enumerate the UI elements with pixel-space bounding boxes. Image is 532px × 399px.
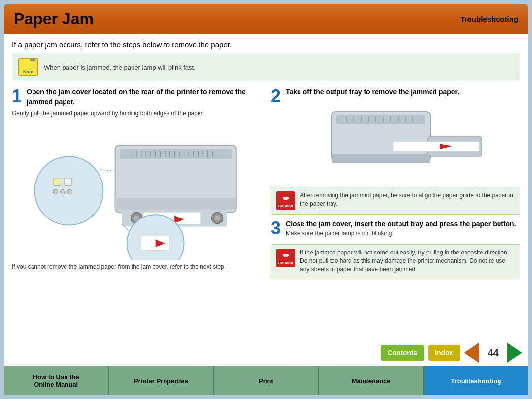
page-nav-row: Contents Index 44: [4, 339, 528, 366]
caution-symbol-2: ✏: [283, 251, 289, 260]
step2-header: 2 Take off the output tray to remove the…: [271, 87, 520, 105]
svg-point-34: [214, 215, 220, 221]
svg-rect-5: [67, 189, 72, 194]
svg-rect-40: [336, 115, 425, 124]
steps-container: 1 Open the jam cover located on the rear…: [12, 87, 520, 283]
right-column: 2 Take off the output tray to remove the…: [271, 87, 520, 283]
caution-box-1: ✏ Caution After removing the jammed pape…: [271, 187, 520, 215]
svg-rect-3: [53, 189, 58, 194]
step2-illustration: [271, 108, 520, 182]
step1-illustration: [12, 122, 261, 260]
svg-rect-1: [53, 178, 61, 185]
left-column: 1 Open the jam cover located on the rear…: [12, 87, 261, 283]
tab-print[interactable]: Print: [214, 366, 319, 395]
step3-desc: Make sure the paper lamp is not blinking…: [286, 229, 516, 238]
header: Paper Jam Troubleshooting: [4, 4, 528, 34]
step3-header: 3 Close the jam cover, insert the output…: [271, 219, 520, 241]
page-title: Paper Jam: [14, 10, 94, 28]
bottom-section: Contents Index 44 How to Use the Online …: [0, 339, 532, 399]
caution-label-2: Caution: [278, 261, 293, 265]
contents-button[interactable]: Contents: [381, 345, 425, 361]
svg-rect-54: [332, 154, 430, 163]
svg-rect-52: [393, 142, 479, 151]
tab-troubleshooting[interactable]: Troubleshooting: [424, 366, 528, 395]
page-number: 44: [483, 347, 503, 359]
step1-number: 1: [12, 87, 22, 105]
caution-label-1: Caution: [278, 204, 293, 208]
step2-number: 2: [271, 87, 281, 105]
tabs-row: How to Use the Online Manual Printer Pro…: [4, 366, 528, 395]
caution-icon-2: ✏ Caution: [276, 249, 295, 267]
caution-symbol-1: ✏: [283, 194, 289, 203]
svg-rect-27: [115, 198, 236, 210]
header-section: Troubleshooting: [461, 15, 519, 23]
svg-rect-4: [61, 189, 66, 194]
step1-title: Open the jam cover located on the rear o…: [27, 87, 261, 107]
step1-desc: Gently pull the jammed paper upward by h…: [12, 109, 261, 118]
index-button[interactable]: Index: [428, 345, 460, 361]
tab-maintenance[interactable]: Maintenance: [319, 366, 424, 395]
note-icon: Note: [18, 58, 38, 76]
prev-button[interactable]: [464, 343, 479, 363]
svg-rect-2: [64, 178, 71, 185]
step1-header: 1 Open the jam cover located on the rear…: [12, 87, 261, 107]
intro-text: If a paper jam occurs, refer to the step…: [12, 40, 520, 49]
caution-box-2: ✏ Caution If the jammed paper will not c…: [271, 244, 520, 278]
tab-how-to[interactable]: How to Use the Online Manual: [4, 366, 109, 395]
next-button[interactable]: [507, 343, 522, 363]
tab-printer-props[interactable]: Printer Properties: [109, 366, 214, 395]
note-box: Note When paper is jammed, the paper lam…: [12, 54, 520, 80]
step3-number: 3: [271, 219, 281, 237]
main-content: If a paper jam occurs, refer to the step…: [4, 34, 528, 339]
caution-text-2: If the jammed paper will not come out ea…: [300, 249, 515, 273]
note-text: When paper is jammed, the paper lamp wil…: [44, 64, 196, 71]
note-label: Note: [23, 69, 33, 74]
step2-title: Take off the output tray to remove the j…: [286, 87, 459, 97]
caution-icon-1: ✏ Caution: [276, 191, 295, 210]
step3-title: Close the jam cover, insert the output t…: [286, 219, 516, 229]
step1-footer: If you cannot remove the jammed paper fr…: [12, 263, 261, 271]
caution-text-1: After removing the jammed paper, be sure…: [300, 191, 515, 208]
